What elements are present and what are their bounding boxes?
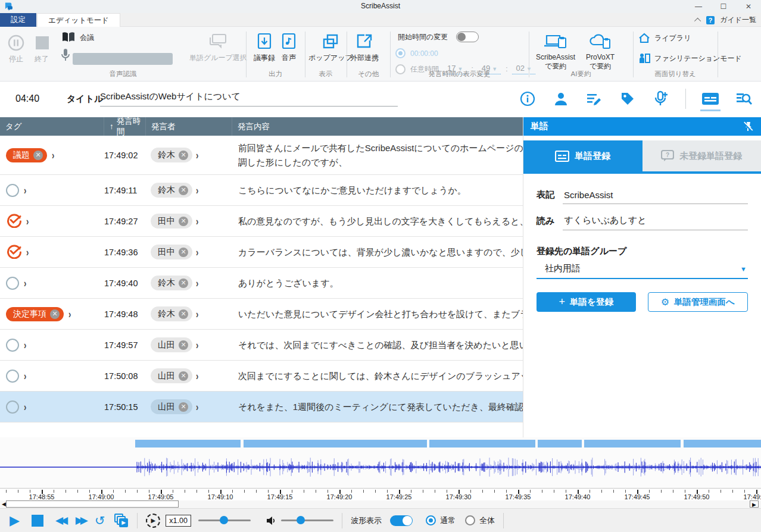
help-icon[interactable]: ?	[706, 16, 715, 24]
speech-segment-bar[interactable]	[135, 440, 241, 447]
utterance-text[interactable]: それをまた、1週間後のミーティングにて発表していただき、最終確認を行いたい	[232, 400, 523, 414]
minimize-button[interactable]: —	[686, 0, 711, 13]
expand-tag-chevron[interactable]: ›	[52, 149, 54, 161]
status-circle-icon[interactable]	[6, 184, 19, 197]
reading-input[interactable]: すくらいぶあしすと	[563, 215, 748, 230]
expand-speaker-chevron[interactable]: ›	[196, 339, 198, 351]
facilitation-mode-button[interactable]: ファシリテーションモード	[638, 53, 742, 64]
rewind-button[interactable]: ◀◀	[55, 514, 65, 527]
expand-tag-chevron[interactable]: ›	[68, 308, 71, 320]
expand-speaker-chevron[interactable]: ›	[196, 277, 198, 289]
header-time[interactable]: ↑ 発言時間	[104, 117, 146, 136]
info-icon[interactable]	[519, 90, 537, 108]
utterance-text[interactable]: ありがとうございます。	[232, 276, 523, 290]
speech-segment-bar[interactable]	[429, 440, 535, 447]
utterance-text[interactable]: 前回皆さんにメールで共有したScribeAssistについてのホームページのデザ…	[232, 141, 523, 169]
status-check-icon[interactable]	[6, 212, 21, 230]
status-check-icon[interactable]	[6, 243, 21, 261]
expand-tag-chevron[interactable]: ›	[24, 370, 26, 382]
remove-speaker-icon[interactable]: ✕	[179, 371, 188, 381]
remove-speaker-icon[interactable]: ✕	[179, 278, 188, 288]
waveform-area[interactable]	[0, 437, 761, 488]
expand-speaker-chevron[interactable]: ›	[196, 370, 198, 382]
expand-speaker-chevron[interactable]: ›	[196, 400, 198, 413]
table-row[interactable]: ›17:49:57山田✕›それでは、次回までにすべきことの確認、及び担当者を決め…	[0, 330, 523, 361]
scroll-left-arrow[interactable]: ◀	[2, 501, 6, 507]
utterance-text[interactable]: それでは、次回までにすべきことの確認、及び担当者を決めたいと思います。	[232, 338, 523, 352]
radio-whole[interactable]	[465, 515, 475, 525]
word-manage-button[interactable]: ⚙ 単語管理画面へ	[648, 292, 748, 312]
speaker-pill[interactable]: 田中✕	[151, 245, 192, 259]
scrollbar-thumb[interactable]	[6, 500, 179, 508]
start-time-toggle[interactable]	[456, 32, 479, 42]
play-button[interactable]: ▶	[10, 513, 20, 528]
forward-button[interactable]: ▶▶	[76, 514, 85, 527]
speed-value[interactable]: x1.00	[166, 515, 191, 527]
speed-slider[interactable]	[198, 520, 251, 521]
table-row[interactable]: ›17:49:27田中✕›私の意見なのですが、もう少し見出しの文字を大きくしても…	[0, 206, 523, 237]
expand-tag-chevron[interactable]: ›	[26, 215, 29, 227]
continuous-play-icon[interactable]: ▶	[114, 514, 129, 528]
speaker-pill[interactable]: 鈴木✕	[151, 276, 192, 290]
tab-unregistered-words[interactable]: ? 未登録単語登録	[643, 140, 761, 171]
speaker-pill[interactable]: 鈴木✕	[151, 148, 192, 162]
utterance-text[interactable]: いただいた意見についてデザイン会社と打ち合わせを設けて、またブラッシュアッ	[232, 307, 523, 321]
remove-speaker-icon[interactable]: ✕	[179, 340, 188, 350]
guide-list-link[interactable]: ガイド一覧	[720, 15, 756, 25]
remove-speaker-icon[interactable]: ✕	[179, 186, 188, 195]
library-button[interactable]: ライブラリ	[638, 33, 691, 43]
table-row[interactable]: 決定事項✕›17:49:48鈴木✕›いただいた意見についてデザイン会社と打ち合わ…	[0, 299, 523, 330]
remove-speaker-icon[interactable]: ✕	[179, 151, 188, 160]
provoxt-summary-button[interactable]: ProVoXTで要約	[586, 33, 615, 71]
unpin-icon[interactable]	[742, 121, 754, 133]
radio-normal[interactable]	[426, 515, 436, 525]
speech-segment-bar[interactable]	[538, 440, 582, 447]
time-zero-radio[interactable]	[395, 48, 406, 58]
word-panel-icon-active[interactable]	[701, 90, 719, 108]
add-speaker-mic-icon[interactable]	[652, 90, 670, 108]
speaker-pill[interactable]: 山田✕	[151, 399, 192, 414]
volume-icon[interactable]	[266, 515, 276, 526]
stop-button-player[interactable]	[32, 515, 43, 527]
remove-speaker-icon[interactable]: ✕	[179, 217, 188, 226]
utterance-text[interactable]: 次回までにすることに関しては、鈴木さんにデザインのブラッシュアップを行ってい	[232, 369, 523, 383]
expand-speaker-chevron[interactable]: ›	[196, 215, 198, 227]
expand-tag-chevron[interactable]: ›	[24, 184, 26, 196]
expand-speaker-chevron[interactable]: ›	[196, 246, 198, 258]
tab-word-register[interactable]: 単語登録	[523, 140, 643, 171]
external-link-button[interactable]: 外部連携	[350, 33, 379, 63]
expand-speaker-chevron[interactable]: ›	[196, 184, 198, 196]
header-tag[interactable]: タグ	[0, 117, 104, 136]
search-list-icon[interactable]	[735, 90, 753, 108]
tag-pill[interactable]: 決定事項✕	[6, 307, 64, 321]
replay-icon[interactable]: ↻	[95, 514, 105, 528]
scribeassist-summary-button[interactable]: ScribeAssistで要約	[536, 33, 575, 71]
register-word-button[interactable]: + 単語を登録	[537, 292, 636, 312]
expand-tag-chevron[interactable]: ›	[26, 246, 29, 258]
status-circle-icon[interactable]	[6, 370, 19, 383]
table-row[interactable]: ›17:50:15山田✕›それをまた、1週間後のミーティングにて発表していただき…	[0, 392, 523, 423]
table-row[interactable]: ›17:49:11鈴木✕›こちらについてなにかご意見いただけますでしょうか。	[0, 175, 523, 206]
speaker-manage-icon[interactable]	[552, 90, 570, 108]
utterance-text[interactable]: こちらについてなにかご意見いただけますでしょうか。	[232, 183, 523, 197]
title-input[interactable]: ScribeAssistのWebサイトについて	[100, 91, 398, 107]
table-row[interactable]: ›17:50:08山田✕›次回までにすることに関しては、鈴木さんにデザインのブラ…	[0, 361, 523, 392]
expand-tag-chevron[interactable]: ›	[24, 277, 26, 289]
volume-slider[interactable]	[281, 520, 333, 521]
playback-speed-icon[interactable]: ▶	[146, 514, 160, 528]
expand-tag-chevron[interactable]: ›	[24, 339, 26, 351]
status-circle-icon[interactable]	[6, 277, 19, 290]
speech-segment-bar[interactable]	[584, 440, 681, 447]
collapse-ribbon-icon[interactable]	[694, 17, 701, 24]
scroll-right-arrow[interactable]: ▶	[750, 500, 759, 508]
expand-speaker-chevron[interactable]: ›	[196, 308, 198, 320]
header-content[interactable]: 発言内容	[232, 117, 523, 136]
close-button[interactable]: ✕	[736, 0, 761, 13]
waveform-toggle[interactable]	[390, 515, 413, 526]
expand-tag-chevron[interactable]: ›	[24, 400, 26, 413]
table-row[interactable]: 議題✕›17:49:02鈴木✕›前回皆さんにメールで共有したScribeAssi…	[0, 136, 523, 175]
remove-tag-icon[interactable]: ✕	[33, 151, 43, 160]
tab-edit-mode[interactable]: エディットモード	[37, 13, 120, 27]
popup-button[interactable]: ポップアップ	[308, 33, 353, 63]
remove-tag-icon[interactable]: ✕	[50, 309, 60, 319]
